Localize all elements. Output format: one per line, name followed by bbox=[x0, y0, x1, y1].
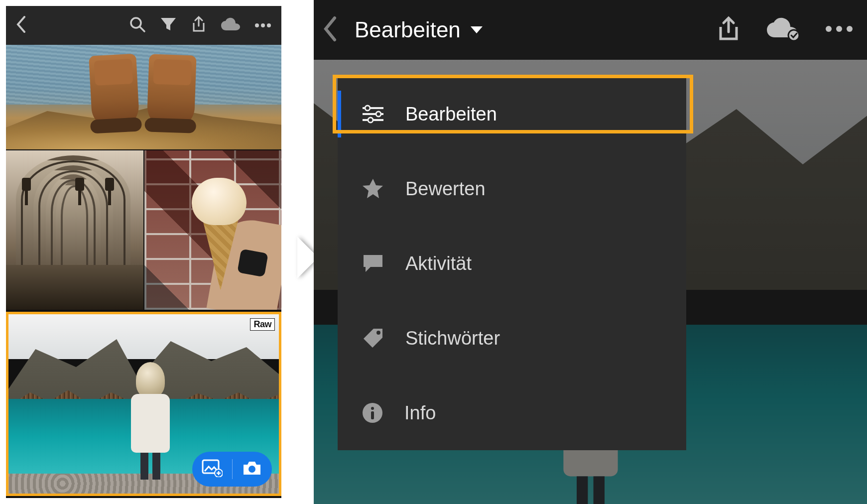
share-icon[interactable] bbox=[191, 16, 207, 35]
add-fab bbox=[192, 452, 272, 487]
svg-point-9 bbox=[836, 26, 842, 32]
svg-point-14 bbox=[376, 331, 380, 335]
thumbnail-icecream[interactable] bbox=[144, 150, 282, 310]
menu-item-info[interactable]: Info bbox=[338, 376, 686, 450]
menu-item-rate[interactable]: Bewerten bbox=[338, 151, 686, 226]
menu-item-label: Info bbox=[404, 402, 436, 424]
info-icon bbox=[362, 402, 383, 424]
menu-item-activity[interactable]: Aktivität bbox=[338, 226, 686, 301]
thumbnail-lake-selected[interactable]: Raw bbox=[6, 312, 281, 496]
cloud-synced-icon[interactable] bbox=[765, 17, 800, 42]
menu-item-label: Stichwörter bbox=[405, 328, 500, 349]
comment-icon bbox=[362, 253, 384, 274]
sliders-icon bbox=[362, 104, 384, 124]
svg-point-3 bbox=[267, 23, 271, 27]
svg-point-10 bbox=[847, 26, 853, 32]
svg-point-1 bbox=[255, 23, 259, 27]
mode-dropdown[interactable]: Bearbeiten bbox=[341, 17, 484, 42]
menu-item-label: Bearbeiten bbox=[405, 104, 497, 125]
back-icon[interactable] bbox=[16, 16, 26, 35]
svg-point-8 bbox=[826, 26, 832, 32]
chevron-down-icon bbox=[470, 25, 484, 34]
image-add-icon[interactable] bbox=[202, 459, 223, 479]
library-panel: Raw bbox=[6, 6, 281, 498]
more-icon[interactable] bbox=[254, 21, 271, 30]
detail-topbar: Bearbeiten bbox=[314, 0, 867, 60]
menu-item-edit[interactable]: Bearbeiten bbox=[338, 77, 686, 151]
menu-item-label: Aktivität bbox=[405, 253, 472, 274]
share-icon[interactable] bbox=[717, 16, 741, 44]
svg-rect-17 bbox=[371, 411, 374, 419]
svg-point-13 bbox=[368, 118, 373, 123]
svg-point-16 bbox=[371, 407, 374, 410]
star-icon bbox=[362, 178, 384, 200]
mode-menu: Bearbeiten Bewerten Aktivität Stichwörte… bbox=[338, 77, 686, 450]
thumbnail-arches[interactable] bbox=[6, 150, 143, 310]
raw-badge: Raw bbox=[250, 318, 275, 331]
library-topbar bbox=[6, 6, 281, 45]
detail-panel: Bearbeiten Bearbeiten bbox=[314, 0, 867, 504]
svg-point-11 bbox=[365, 106, 370, 111]
menu-item-label: Bewerten bbox=[405, 178, 486, 200]
thumbnail-grid: Raw bbox=[6, 45, 281, 498]
mode-dropdown-label: Bearbeiten bbox=[355, 17, 461, 42]
camera-icon[interactable] bbox=[242, 460, 262, 479]
menu-item-keywords[interactable]: Stichwörter bbox=[338, 301, 686, 376]
search-icon[interactable] bbox=[129, 16, 146, 35]
back-icon[interactable] bbox=[323, 16, 338, 44]
svg-point-12 bbox=[376, 112, 381, 117]
cloud-icon[interactable] bbox=[221, 17, 241, 33]
svg-point-6 bbox=[248, 466, 255, 473]
thumbnail-boots[interactable] bbox=[6, 45, 281, 149]
tag-icon bbox=[362, 327, 384, 350]
svg-point-7 bbox=[788, 30, 799, 40]
svg-point-2 bbox=[261, 23, 265, 27]
filter-icon[interactable] bbox=[160, 17, 177, 34]
more-icon[interactable] bbox=[825, 25, 853, 34]
